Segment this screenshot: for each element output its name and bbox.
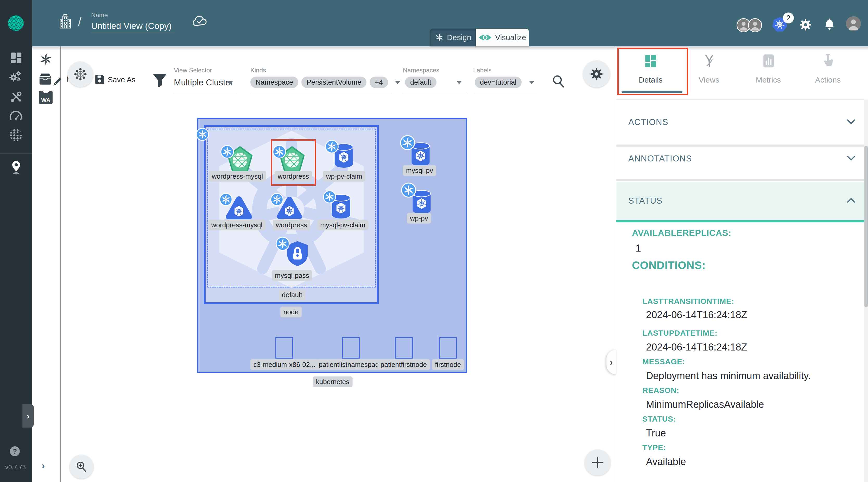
wordpress-annotation-box: [271, 139, 316, 186]
wasm-notch: [37, 91, 54, 95]
panel-collapse-tab[interactable]: ›: [607, 350, 616, 374]
actions-section-header[interactable]: ACTIONS: [628, 117, 669, 127]
host-node-shape[interactable]: [395, 337, 413, 359]
settings-gear-icon[interactable]: [799, 18, 812, 31]
help-button[interactable]: ?: [10, 446, 20, 456]
app-version: v0.7.73: [5, 463, 26, 471]
host-label[interactable]: firstnode: [432, 359, 464, 370]
label-chip[interactable]: dev=tutorial: [475, 77, 522, 88]
host-label[interactable]: patientlistnamespace: [316, 359, 385, 370]
sidebar-item-kanvas[interactable]: [10, 160, 22, 176]
notifications-bell-icon[interactable]: [824, 17, 835, 31]
design-swirl-icon: [434, 33, 444, 42]
kinds-filter[interactable]: Namespace PersistentVolume +4: [250, 77, 401, 88]
new-design-button[interactable]: [68, 61, 93, 87]
annotations-section-header[interactable]: ANNOTATIONS: [628, 154, 692, 163]
status-value: 1: [636, 243, 641, 254]
kind-chip[interactable]: Namespace: [250, 77, 298, 88]
view-selector-underline: [174, 92, 236, 92]
breadcrumb-separator: /: [78, 14, 82, 29]
catalog-drawer-icon[interactable]: [38, 72, 53, 85]
host-node-shape[interactable]: [439, 337, 457, 359]
meshery-adapter-badge: [196, 128, 209, 141]
tab-metrics[interactable]: Metrics: [756, 76, 781, 84]
sidebar-item-extensions[interactable]: [9, 128, 23, 142]
kind-chip[interactable]: PersistentVolume: [301, 77, 367, 88]
namespaces-underline: [403, 92, 467, 92]
chevron-up-icon[interactable]: [846, 198, 856, 204]
condition-value: 2024-06-14T16:24:18Z: [646, 342, 747, 353]
name-input-underline: [91, 33, 175, 33]
node-label[interactable]: wp-pv-claim: [323, 171, 365, 182]
canvas-settings-button[interactable]: [583, 60, 610, 88]
chevron-down-icon[interactable]: [846, 155, 856, 161]
labels-underline: [473, 92, 537, 92]
node-label[interactable]: wordpress-mysql: [208, 220, 266, 231]
design-mode-tab[interactable]: Design: [430, 29, 476, 47]
cluster-label[interactable]: kubernetes: [313, 376, 353, 387]
kinds-label: Kinds: [250, 67, 266, 74]
search-icon[interactable]: [551, 74, 566, 89]
node-label[interactable]: wordpress: [273, 220, 310, 231]
kanvas-app: / Name Untitled View (Copy) Design Visua…: [0, 0, 868, 482]
context-count-badge[interactable]: 2: [783, 12, 794, 24]
actions-tab-icon: [822, 53, 834, 68]
panel-scrollbar-thumb[interactable]: [864, 146, 868, 307]
host-node-shape[interactable]: [275, 337, 293, 359]
host-label[interactable]: c3-medium-x86-02...: [250, 359, 318, 370]
cloud-save-status-icon: [192, 15, 208, 28]
namespaces-label: Namespaces: [403, 67, 439, 74]
details-annotation-box: [617, 48, 688, 95]
visualize-eye-icon: [478, 33, 492, 42]
user-avatar[interactable]: [846, 16, 861, 31]
visualize-mode-tab[interactable]: Visualize: [476, 29, 529, 47]
node-label[interactable]: mysql-pass: [272, 270, 312, 281]
view-selector-value[interactable]: Multiple Cluster: [174, 78, 233, 88]
collaborator-avatar-2[interactable]: [748, 18, 762, 32]
filter-funnel-icon[interactable]: [153, 73, 166, 88]
node-label[interactable]: wordpress-mysql: [209, 171, 266, 182]
node-label[interactable]: wp-pv: [407, 213, 431, 224]
namespace-chip[interactable]: default: [405, 77, 436, 88]
zoom-in-button[interactable]: [69, 455, 93, 479]
node-container-label[interactable]: node: [280, 307, 302, 318]
host-label[interactable]: patientfirstnode: [377, 359, 430, 370]
spiral-badge: [323, 190, 336, 204]
condition-key: STATUS:: [642, 415, 676, 423]
sidebar-item-lifecycle[interactable]: [9, 71, 22, 84]
save-as-button[interactable]: Save As: [108, 76, 135, 84]
node-label[interactable]: mysql-pv-claim: [317, 220, 368, 231]
sidebar-expand-tab[interactable]: ›: [22, 404, 34, 428]
meshery-logo[interactable]: [7, 14, 25, 32]
sidebar-item-performance[interactable]: [9, 109, 23, 122]
kind-chip-more[interactable]: +4: [370, 77, 388, 88]
sidebar-item-dashboard[interactable]: [10, 52, 22, 64]
namespace-label[interactable]: default: [279, 290, 305, 300]
strip-expand-chevron[interactable]: ›: [42, 460, 45, 471]
namespaces-filter[interactable]: default: [405, 77, 462, 88]
labels-caret[interactable]: [529, 81, 535, 84]
chevron-down-icon[interactable]: [846, 119, 856, 125]
status-section-header[interactable]: STATUS: [628, 196, 662, 206]
organization-icon[interactable]: [59, 13, 71, 29]
tab-actions[interactable]: Actions: [815, 76, 841, 84]
spiral-badge: [270, 193, 284, 206]
host-node-shape[interactable]: [342, 337, 360, 359]
panel-divider: [616, 99, 868, 100]
metrics-tab-icon: [762, 54, 775, 68]
meshery-designs-icon[interactable]: [39, 53, 53, 66]
spiral-badge: [275, 236, 290, 251]
condition-key: REASON:: [642, 386, 679, 395]
spiral-badge: [325, 140, 339, 154]
condition-value: True: [646, 428, 666, 439]
edit-pencil-icon[interactable]: [51, 76, 63, 88]
view-selector-caret[interactable]: [227, 81, 233, 85]
namespaces-caret[interactable]: [456, 81, 462, 84]
add-node-button[interactable]: [585, 449, 611, 476]
kinds-caret[interactable]: [395, 81, 401, 84]
labels-filter[interactable]: dev=tutorial: [475, 77, 535, 88]
node-label[interactable]: mysql-pv: [403, 165, 436, 176]
view-name-input[interactable]: Untitled View (Copy): [91, 21, 172, 31]
tab-views[interactable]: Views: [699, 76, 719, 84]
sidebar-item-configuration[interactable]: [9, 91, 22, 103]
